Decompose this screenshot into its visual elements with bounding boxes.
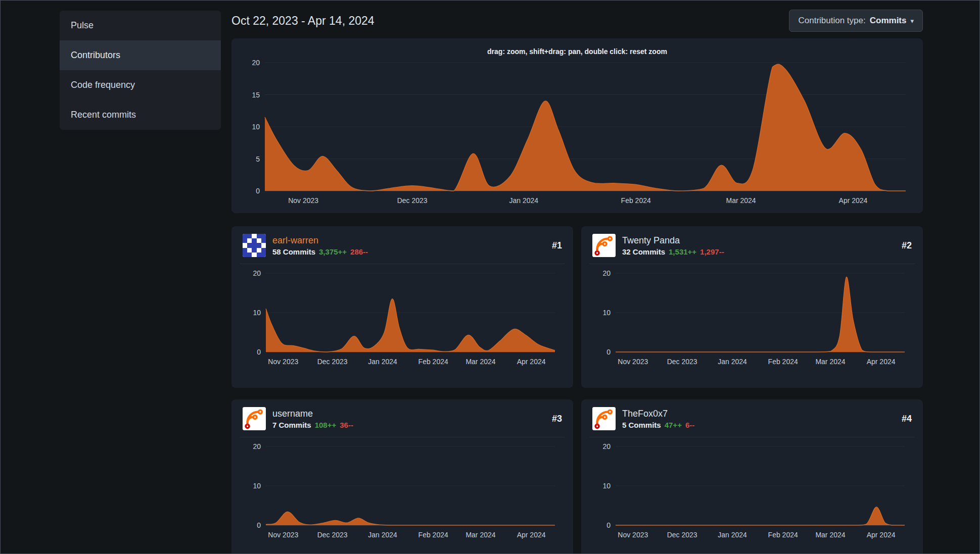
svg-text:Feb 2024: Feb 2024 (768, 531, 798, 539)
svg-text:15: 15 (252, 91, 260, 99)
additions-count: 1,531++ (669, 247, 696, 256)
svg-text:Feb 2024: Feb 2024 (418, 531, 448, 539)
contributor-stats: 32 Commits 1,531++ 1,297-- (622, 247, 724, 256)
chart-zoom-hint: drag: zoom, shift+drag: pan, double clic… (239, 43, 916, 58)
contributor-name[interactable]: TheFox0x7 (622, 409, 694, 419)
forgejo-logo-icon (243, 407, 266, 430)
svg-text:0: 0 (257, 521, 261, 529)
svg-text:Dec 2023: Dec 2023 (317, 531, 348, 539)
contributor-avatar[interactable] (592, 234, 616, 257)
date-range-title: Oct 22, 2023 - Apr 14, 2024 (231, 14, 375, 28)
forgejo-logo-icon (592, 407, 616, 430)
svg-text:Jan 2024: Jan 2024 (718, 358, 747, 366)
contributor-titles: earl-warren 58 Commits 3,375++ 286-- (272, 235, 368, 256)
svg-text:Dec 2023: Dec 2023 (667, 531, 697, 539)
contributor-name[interactable]: Twenty Panda (622, 235, 724, 246)
svg-text:Apr 2024: Apr 2024 (867, 531, 896, 539)
svg-text:20: 20 (253, 269, 261, 277)
activity-sidebar: Pulse Contributors Code frequency Recent… (60, 11, 221, 130)
svg-text:10: 10 (253, 309, 261, 317)
identicon-avatar-icon (243, 234, 266, 257)
contributor-avatar[interactable] (243, 407, 266, 430)
deletions-count: 36-- (340, 421, 353, 429)
svg-text:Feb 2024: Feb 2024 (768, 358, 798, 366)
svg-text:Mar 2024: Mar 2024 (726, 196, 756, 205)
contributor-card: TheFox0x7 5 Commits 47++ 6-- #4 01020Nov… (581, 399, 923, 554)
contributor-name[interactable]: earl-warren (272, 235, 368, 246)
svg-text:Jan 2024: Jan 2024 (368, 358, 397, 366)
svg-text:20: 20 (253, 442, 261, 450)
svg-text:5: 5 (256, 155, 260, 163)
contributor-titles: TheFox0x7 5 Commits 47++ 6-- (622, 409, 694, 429)
contributor-rank: #2 (902, 240, 912, 251)
contributor-rank: #4 (902, 414, 912, 424)
contributor-titles: Twenty Panda 32 Commits 1,531++ 1,297-- (622, 235, 724, 256)
contributor-card-header: Twenty Panda 32 Commits 1,531++ 1,297-- … (589, 226, 915, 264)
contributor-stats: 7 Commits 108++ 36-- (272, 421, 353, 429)
sidebar-item-contributors[interactable]: Contributors (60, 40, 221, 70)
svg-text:Apr 2024: Apr 2024 (867, 358, 896, 366)
svg-text:0: 0 (606, 348, 611, 356)
contributor-card: username 7 Commits 108++ 36-- #3 01020No… (231, 399, 573, 554)
overall-commits-chart[interactable]: 05101520Nov 2023Dec 2023Jan 2024Feb 2024… (239, 58, 916, 208)
contributor-card: Twenty Panda 32 Commits 1,531++ 1,297-- … (581, 226, 923, 388)
svg-text:Apr 2024: Apr 2024 (517, 358, 546, 366)
contribution-type-value: Commits (870, 16, 907, 26)
contribution-type-label: Contribution type: (798, 16, 865, 26)
contributor-card-header: username 7 Commits 108++ 36-- #3 (240, 399, 565, 437)
sidebar-item-recent-commits[interactable]: Recent commits (60, 100, 221, 130)
contributor-commits-chart[interactable]: 01020Nov 2023Dec 2023Jan 2024Feb 2024Mar… (589, 441, 915, 542)
svg-text:Mar 2024: Mar 2024 (465, 531, 495, 539)
contributor-stats: 58 Commits 3,375++ 286-- (272, 247, 368, 256)
svg-text:0: 0 (606, 521, 611, 529)
svg-text:Mar 2024: Mar 2024 (465, 358, 495, 366)
contribution-type-dropdown[interactable]: Contribution type: Commits ▾ (789, 10, 923, 32)
svg-text:20: 20 (602, 269, 611, 277)
svg-text:Nov 2023: Nov 2023 (268, 358, 298, 366)
activity-content: Oct 22, 2023 - Apr 14, 2024 Contribution… (231, 1, 923, 554)
svg-text:10: 10 (252, 123, 260, 131)
svg-text:Mar 2024: Mar 2024 (815, 358, 845, 366)
svg-text:Feb 2024: Feb 2024 (621, 196, 651, 205)
forgejo-logo-icon (592, 234, 616, 257)
additions-count: 3,375++ (319, 247, 347, 256)
svg-text:Dec 2023: Dec 2023 (317, 358, 348, 366)
contributor-avatar[interactable] (243, 234, 266, 257)
svg-text:0: 0 (257, 348, 261, 356)
svg-text:Dec 2023: Dec 2023 (667, 358, 697, 366)
commit-count: 32 Commits (622, 247, 665, 256)
svg-text:Apr 2024: Apr 2024 (517, 531, 546, 539)
contributor-card: earl-warren 58 Commits 3,375++ 286-- #1 … (231, 226, 573, 388)
svg-text:10: 10 (602, 309, 611, 317)
contributor-rank: #1 (552, 240, 562, 251)
activity-header: Oct 22, 2023 - Apr 14, 2024 Contribution… (231, 9, 923, 33)
contributor-commits-chart[interactable]: 01020Nov 2023Dec 2023Jan 2024Feb 2024Mar… (240, 268, 565, 369)
contributor-rank: #3 (552, 414, 562, 424)
overall-activity-panel: drag: zoom, shift+drag: pan, double clic… (231, 38, 923, 213)
svg-text:Nov 2023: Nov 2023 (618, 358, 648, 366)
svg-text:20: 20 (602, 442, 611, 450)
svg-text:Jan 2024: Jan 2024 (718, 531, 747, 539)
contributor-avatar[interactable] (592, 407, 616, 430)
chevron-down-icon: ▾ (910, 18, 914, 24)
additions-count: 108++ (315, 421, 337, 429)
svg-text:Feb 2024: Feb 2024 (418, 358, 448, 366)
svg-text:0: 0 (256, 187, 260, 195)
contributor-card-header: earl-warren 58 Commits 3,375++ 286-- #1 (240, 226, 565, 264)
svg-text:Apr 2024: Apr 2024 (839, 196, 868, 205)
svg-text:10: 10 (602, 482, 611, 490)
contributor-commits-chart[interactable]: 01020Nov 2023Dec 2023Jan 2024Feb 2024Mar… (240, 441, 565, 542)
svg-text:Jan 2024: Jan 2024 (509, 196, 538, 205)
contributor-stats: 5 Commits 47++ 6-- (622, 421, 694, 429)
deletions-count: 6-- (685, 421, 694, 429)
deletions-count: 286-- (350, 247, 368, 256)
contributor-commits-chart[interactable]: 01020Nov 2023Dec 2023Jan 2024Feb 2024Mar… (589, 268, 915, 369)
sidebar-item-code-frequency[interactable]: Code frequency (60, 70, 221, 100)
svg-text:Mar 2024: Mar 2024 (815, 531, 845, 539)
svg-text:Jan 2024: Jan 2024 (368, 531, 397, 539)
contributor-card-header: TheFox0x7 5 Commits 47++ 6-- #4 (589, 399, 915, 437)
contributor-name[interactable]: username (272, 409, 353, 419)
commit-count: 58 Commits (272, 247, 315, 256)
sidebar-item-pulse[interactable]: Pulse (60, 11, 221, 40)
svg-text:20: 20 (252, 59, 260, 67)
